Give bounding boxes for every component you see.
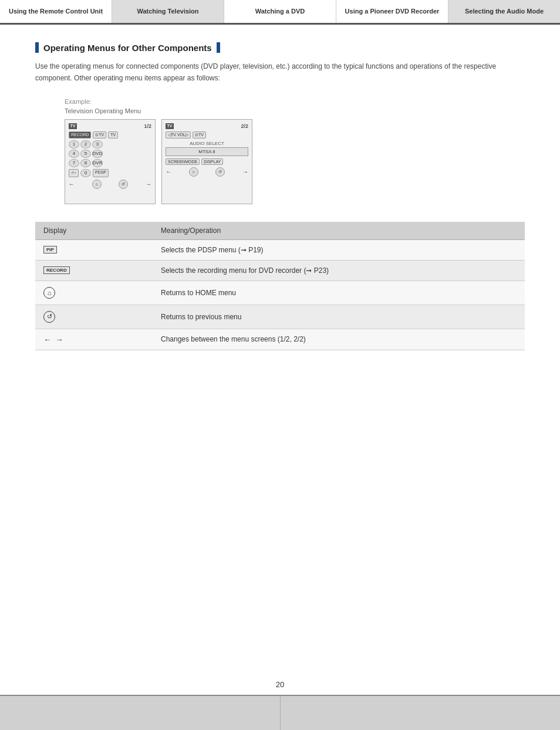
display-cell-record: RECORD xyxy=(35,260,153,280)
btn-row-bottom: -/-- 0 PDSP xyxy=(69,169,151,177)
left-arrow-1: ← xyxy=(69,181,75,187)
col-display: Display xyxy=(35,222,153,240)
home-icon-cell: ⌂ xyxy=(43,287,144,299)
top-navigation: Using the Remote Control Unit Watching T… xyxy=(0,0,560,25)
num-5: 5 xyxy=(80,150,91,158)
tab-remote-control[interactable]: Using the Remote Control Unit xyxy=(0,0,112,23)
meaning-cell-back: Returns to previous menu xyxy=(153,305,525,329)
left-arrow-2: ← xyxy=(166,168,171,175)
tv-btn2: TV xyxy=(108,131,118,138)
page-number: 20 xyxy=(0,674,560,695)
record-icon-cell: RECORD xyxy=(43,266,144,274)
info-table: Display Meaning/Operation PIP Selects th… xyxy=(35,222,525,350)
display-btn: DISPLAY xyxy=(201,158,223,165)
display-cell-home: ⌂ xyxy=(35,280,153,305)
home-circle-1: ⌂ xyxy=(92,180,102,189)
arrows-icon-cell: ← → xyxy=(43,335,144,344)
example-sublabel: Television Operating Menu xyxy=(65,107,525,114)
table-row: ⌂ Returns to HOME menu xyxy=(35,280,525,305)
num-8: 8 xyxy=(80,159,91,167)
tv-screen-2: TV 2/2 ◁TV VOL▷ ⊙TV AUDIO SELECT MTS/I-I… xyxy=(161,119,252,204)
num-2: 2 xyxy=(80,140,91,148)
num-9: DVR xyxy=(92,159,103,167)
section-title: Operating Menus for Other Components xyxy=(43,43,212,53)
bottom-nav-2: ← ⌂ ↺ → xyxy=(166,167,248,177)
pdsp-icon: PIP xyxy=(43,246,57,254)
back-circle-2: ↺ xyxy=(215,167,225,177)
back-circle-1: ↺ xyxy=(119,180,128,189)
num-grid: 1 2 3 4 5 DVD 7 8 DVR xyxy=(69,140,151,167)
right-arrow-2: → xyxy=(242,168,248,175)
table-row: RECORD Selects the recording menu for DV… xyxy=(35,260,525,280)
tv-icon-2: TV xyxy=(166,123,174,129)
dash-btn: -/-- xyxy=(69,169,79,177)
col-meaning: Meaning/Operation xyxy=(153,222,525,240)
home-icon: ⌂ xyxy=(43,287,55,299)
tv-icon-1: TV xyxy=(69,123,77,129)
screenmode-btn: SCREENMODE xyxy=(166,158,200,165)
btn-row-top-2: ◁TV VOL▷ ⊙TV xyxy=(166,131,248,138)
num-0: 0 xyxy=(80,169,91,177)
section-description: Use the operating menus for connected co… xyxy=(35,61,525,83)
tvvol-btn: ◁TV VOL▷ xyxy=(166,131,191,138)
tab-watching-tv[interactable]: Watching Television xyxy=(112,0,224,23)
page-footer: 20 xyxy=(0,674,560,730)
display-cell-arrows: ← → xyxy=(35,329,153,350)
right-arrow-1: → xyxy=(146,181,151,187)
tv-menu-examples: TV 1/2 RECORD ⊙TV TV 1 2 3 4 5 DVD 7 8 D… xyxy=(65,119,525,204)
num-6: DVD xyxy=(92,150,103,158)
audio-select-label: AUDIO SELECT xyxy=(166,141,248,146)
tab-audio-mode[interactable]: Selecting the Audio Mode xyxy=(448,0,560,23)
num-1: 1 xyxy=(69,140,79,148)
page-num-1: 1/2 xyxy=(144,123,151,129)
footer-tab-left xyxy=(0,696,281,730)
tv-screen-1: TV 1/2 RECORD ⊙TV TV 1 2 3 4 5 DVD 7 8 D… xyxy=(65,119,156,204)
pdsp-btn: PDSP xyxy=(93,169,109,177)
footer-nav xyxy=(0,695,560,730)
table-row: PIP Selects the PDSP menu (➞ P19) xyxy=(35,239,525,260)
table-row: ↺ Returns to previous menu xyxy=(35,305,525,329)
record-btn: RECORD xyxy=(69,131,91,138)
btn-row-top: RECORD ⊙TV TV xyxy=(69,131,151,138)
num-7: 7 xyxy=(69,159,79,167)
heading-accent-right xyxy=(217,42,220,53)
page-num-2: 2/2 xyxy=(241,123,248,129)
bottom-nav-1: ← ⌂ ↺ → xyxy=(69,180,151,189)
otv-btn: ⊙TV xyxy=(93,131,106,138)
footer-tab-right xyxy=(281,696,561,730)
meaning-cell-home: Returns to HOME menu xyxy=(153,280,525,305)
num-4: 4 xyxy=(69,150,79,158)
num-3: 3 xyxy=(92,140,103,148)
home-circle-2: ⌂ xyxy=(189,167,198,177)
table-row: ← → Changes between the menu screens (1/… xyxy=(35,329,525,350)
tab-pioneer-dvd[interactable]: Using a Pioneer DVD Recorder xyxy=(336,0,448,23)
meaning-cell-arrows: Changes between the menu screens (1/2, 2… xyxy=(153,329,525,350)
section-heading: Operating Menus for Other Components xyxy=(35,42,525,53)
pdsp-icon-cell: PIP xyxy=(43,246,144,254)
heading-accent-left xyxy=(35,42,39,53)
display-cell-back: ↺ xyxy=(35,305,153,329)
meaning-cell-record: Selects the recording menu for DVD recor… xyxy=(153,260,525,280)
meaning-cell-pdsp: Selects the PDSP menu (➞ P19) xyxy=(153,239,525,260)
example-label: Example: xyxy=(65,98,525,105)
screen-display-row: SCREENMODE DISPLAY xyxy=(166,158,248,165)
mts-btn: MTS/I-II xyxy=(166,147,248,156)
back-icon-cell: ↺ xyxy=(43,311,144,323)
display-cell-pdsp: PIP xyxy=(35,239,153,260)
record-icon: RECORD xyxy=(43,266,70,274)
tvinput-btn: ⊙TV xyxy=(193,131,206,138)
main-content: Operating Menus for Other Components Use… xyxy=(0,25,560,379)
back-icon: ↺ xyxy=(43,311,55,323)
arrows-icon: ← → xyxy=(43,335,65,344)
tab-watching-dvd[interactable]: Watching a DVD xyxy=(224,0,336,23)
